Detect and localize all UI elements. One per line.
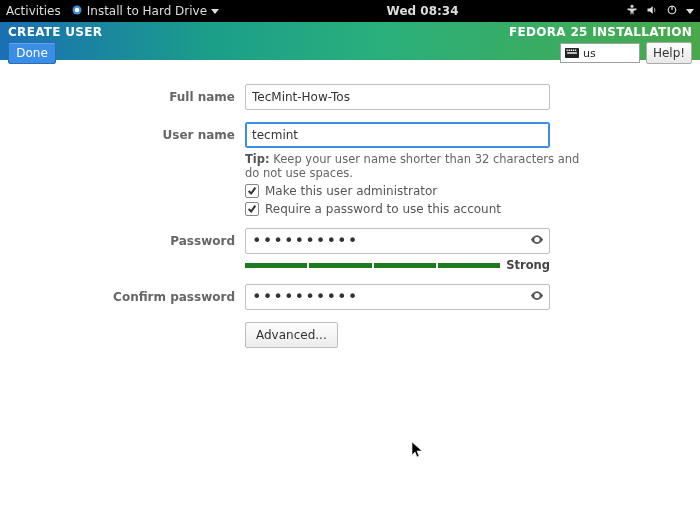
username-input[interactable] [245,122,550,148]
power-icon[interactable] [666,4,678,19]
strength-segment [374,263,436,268]
accessibility-icon[interactable] [626,4,638,19]
strength-label: Strong [506,258,550,272]
clock[interactable]: Wed 08:34 [219,4,626,18]
tip-prefix: Tip: [245,152,270,166]
strength-segment [438,263,500,268]
admin-checkbox-label: Make this user administrator [265,184,437,198]
svg-point-1 [75,7,80,12]
tip-text: Keep your user name shorter than 32 char… [245,152,579,180]
confirm-password-input[interactable]: •••••••••• [245,284,550,310]
password-label: Password [60,234,245,248]
gnome-top-bar: Activities Install to Hard Drive Wed 08:… [0,0,700,22]
mouse-cursor-icon [412,442,424,461]
username-tip: Tip: Keep your user name shorter than 32… [245,152,580,180]
strength-segment [309,263,371,268]
fullname-input[interactable] [245,84,550,110]
anaconda-header: CREATE USER Done FEDORA 25 INSTALLATION … [0,22,700,60]
admin-checkbox[interactable] [245,184,259,198]
confirm-password-label: Confirm password [60,290,245,304]
svg-rect-8 [571,50,572,51]
app-menu[interactable]: Install to Hard Drive [71,4,219,19]
reveal-confirm-password-icon[interactable] [530,289,544,306]
done-button[interactable]: Done [8,42,56,64]
keyboard-icon [565,48,579,58]
svg-rect-4 [671,5,672,10]
password-masked-value: •••••••••• [252,228,358,254]
system-menu-chevron-icon[interactable] [686,9,694,14]
check-icon [247,204,257,214]
keyboard-layout-label: us [583,47,596,60]
volume-icon[interactable] [646,4,658,19]
brand-label: FEDORA 25 INSTALLATION [509,25,692,39]
help-button[interactable]: Help! [646,42,692,64]
svg-rect-9 [573,50,574,51]
check-icon [247,186,257,196]
svg-rect-7 [569,50,570,51]
create-user-form: Full name User name Tip: Keep your user … [0,60,700,348]
password-input[interactable]: •••••••••• [245,228,550,254]
confirm-password-masked-value: •••••••••• [252,284,358,310]
strength-segment [245,263,307,268]
svg-rect-10 [575,50,576,51]
svg-point-2 [631,4,634,7]
password-strength-meter: Strong [245,258,550,272]
reveal-password-icon[interactable] [530,233,544,250]
chevron-down-icon [211,9,219,14]
app-icon [71,4,83,19]
svg-rect-11 [567,52,577,53]
require-password-checkbox-label: Require a password to use this account [265,202,501,216]
svg-rect-6 [566,50,567,51]
fullname-label: Full name [60,90,245,104]
app-name-label: Install to Hard Drive [87,4,207,18]
keyboard-layout-indicator[interactable]: us [560,43,640,63]
advanced-button[interactable]: Advanced... [245,322,338,348]
activities-button[interactable]: Activities [6,4,61,18]
require-password-checkbox[interactable] [245,202,259,216]
page-title: CREATE USER [8,25,102,39]
username-label: User name [60,128,245,142]
